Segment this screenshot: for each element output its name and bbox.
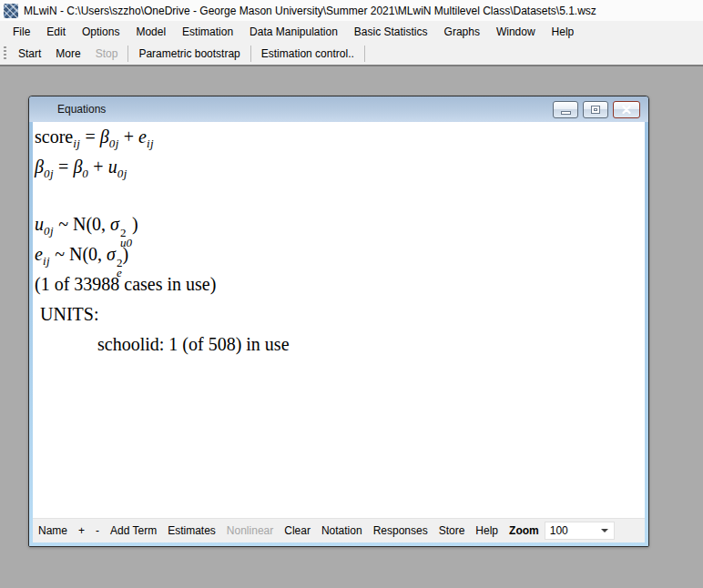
equations-body: scoreij = β0j + eijβ0j = β0 + u0ju0j ~ N… xyxy=(29,122,648,546)
equation-line[interactable] xyxy=(35,182,645,209)
maximize-icon xyxy=(591,106,600,114)
nonlinear-button[interactable]: Nonlinear xyxy=(221,519,279,542)
equation-line[interactable]: u0j ~ N(0, σ2u0) xyxy=(35,209,645,239)
add-term-button[interactable]: Add Term xyxy=(105,519,162,542)
zoom-level-value: 100 xyxy=(545,524,601,537)
menu-window[interactable]: Window xyxy=(488,21,544,43)
menu-help[interactable]: Help xyxy=(544,21,583,43)
more-button[interactable]: More xyxy=(48,44,87,64)
start-button[interactable]: Start xyxy=(11,44,48,64)
close-icon xyxy=(622,106,631,114)
chevron-down-icon[interactable] xyxy=(601,529,608,532)
equation-line[interactable]: schoolid: 1 (of 508) in use xyxy=(35,329,645,360)
zoom-level-combobox[interactable]: 100 xyxy=(545,522,615,540)
estimation-control-button[interactable]: Estimation control.. xyxy=(254,44,362,64)
mdi-client-area: Equations scoreij = β0j + xyxy=(0,66,703,588)
close-button[interactable] xyxy=(613,101,640,118)
menu-edit[interactable]: Edit xyxy=(38,21,74,43)
equation-line[interactable]: UNITS: xyxy=(35,299,645,329)
stop-button[interactable]: Stop xyxy=(88,44,126,64)
mlwin-app-icon xyxy=(4,4,18,18)
remove-level-button[interactable]: - xyxy=(90,519,105,542)
toolbar-separator xyxy=(127,46,128,62)
menu-estimation[interactable]: Estimation xyxy=(174,21,241,43)
equations-titlebar[interactable]: Equations xyxy=(29,96,648,122)
app-titlebar[interactable]: MLwiN - C:\Users\szzho\OneDrive - George… xyxy=(0,0,703,21)
clear-button[interactable]: Clear xyxy=(279,519,316,542)
equation-line[interactable]: eij ~ N(0, σ2e) xyxy=(35,239,645,269)
estimation-toolbar: Start More Stop Parametric bootstrap Est… xyxy=(0,43,703,66)
help-button[interactable]: Help xyxy=(470,519,504,542)
zoom-label: Zoom xyxy=(504,519,542,542)
responses-button[interactable]: Responses xyxy=(368,519,433,542)
equation-area[interactable]: scoreij = β0j + eijβ0j = β0 + u0ju0j ~ N… xyxy=(33,122,645,518)
equations-toolbar: Name + - Add Term Estimates Nonlinear Cl… xyxy=(33,518,645,542)
menu-basic-statistics[interactable]: Basic Statistics xyxy=(346,21,436,43)
app-title: MLwiN - C:\Users\szzho\OneDrive - George… xyxy=(24,5,596,17)
minimize-icon xyxy=(561,111,571,115)
toolbar-separator xyxy=(250,46,251,62)
menu-file[interactable]: File xyxy=(5,21,38,43)
estimates-button[interactable]: Estimates xyxy=(162,519,221,542)
minimize-button[interactable] xyxy=(553,101,578,118)
notation-button[interactable]: Notation xyxy=(316,519,368,542)
menubar: File Edit Options Model Estimation Data … xyxy=(0,21,703,43)
store-button[interactable]: Store xyxy=(433,519,471,542)
toolbar-grip-handle[interactable] xyxy=(4,46,6,61)
menu-data-manipulation[interactable]: Data Manipulation xyxy=(241,21,346,43)
menu-model[interactable]: Model xyxy=(127,21,174,43)
name-button[interactable]: Name xyxy=(33,519,73,542)
menu-options[interactable]: Options xyxy=(74,21,127,43)
toolbar-separator xyxy=(364,46,365,62)
equation-line[interactable]: (1 of 33988 cases in use) xyxy=(35,269,645,299)
parametric-bootstrap-button[interactable]: Parametric bootstrap xyxy=(131,44,247,64)
mlwin-application: MLwiN - C:\Users\szzho\OneDrive - George… xyxy=(0,0,703,588)
equations-window: Equations scoreij = β0j + xyxy=(28,96,649,547)
maximize-button[interactable] xyxy=(583,101,608,118)
equation-line[interactable]: scoreij = β0j + eij xyxy=(35,122,645,152)
equations-window-title: Equations xyxy=(29,103,106,116)
add-level-button[interactable]: + xyxy=(73,519,90,542)
equation-line[interactable]: β0j = β0 + u0j xyxy=(35,152,645,182)
menu-graphs[interactable]: Graphs xyxy=(436,21,488,43)
window-controls xyxy=(553,101,640,118)
